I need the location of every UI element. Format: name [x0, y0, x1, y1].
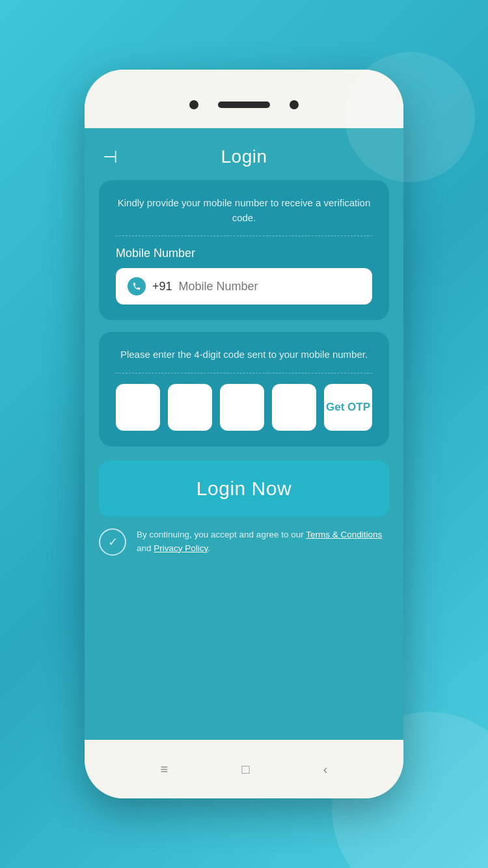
speaker: [218, 102, 270, 108]
terms-text-before: By continuing, you accept and agree to o…: [137, 530, 306, 539]
otp-card: Please enter the 4-digit code sent to yo…: [99, 332, 389, 446]
nav-menu-icon[interactable]: ≡: [161, 762, 169, 777]
terms-text-end: .: [208, 543, 210, 553]
phone-screen: ⊣ Login Kindly provide your mobile numbe…: [85, 128, 403, 740]
page-title: Login: [221, 146, 267, 167]
mobile-number-input[interactable]: [179, 280, 360, 293]
get-otp-button[interactable]: Get OTP: [324, 384, 372, 431]
nav-back-icon[interactable]: ‹: [323, 762, 328, 777]
otp-input-row: Get OTP: [116, 384, 372, 431]
camera-right: [290, 100, 299, 109]
phone-bottom-bar: ≡ □ ‹: [85, 740, 403, 798]
privacy-policy-link[interactable]: Privacy Policy: [154, 543, 208, 553]
mobile-input-wrapper[interactable]: +91: [116, 268, 372, 305]
phone-top-bar: [85, 70, 403, 128]
mobile-info-text: Kindly provide your mobile number to rec…: [116, 196, 372, 225]
otp-box-3[interactable]: [220, 384, 264, 431]
otp-info-text: Please enter the 4-digit code sent to yo…: [116, 347, 372, 362]
otp-box-2[interactable]: [168, 384, 212, 431]
country-code: +91: [152, 280, 172, 293]
otp-box-1[interactable]: [116, 384, 160, 431]
terms-section: ✓ By continuing, you accept and agree to…: [85, 528, 403, 569]
mobile-field-label: Mobile Number: [116, 247, 372, 260]
screen-header: ⊣ Login: [85, 128, 403, 180]
camera-left: [189, 100, 198, 109]
mobile-number-card: Kindly provide your mobile number to rec…: [99, 180, 389, 320]
terms-conditions-link[interactable]: Terms & Conditions: [306, 530, 382, 539]
card-divider-2: [116, 373, 372, 373]
phone-icon: [128, 277, 146, 295]
nav-home-icon[interactable]: □: [241, 762, 249, 777]
terms-text: By continuing, you accept and agree to o…: [137, 528, 389, 556]
terms-text-and: and: [137, 543, 154, 553]
login-now-button[interactable]: Login Now: [99, 461, 389, 517]
card-divider-1: [116, 236, 372, 236]
otp-box-4[interactable]: [272, 384, 316, 431]
phone-shell: ⊣ Login Kindly provide your mobile numbe…: [85, 70, 403, 798]
back-icon[interactable]: ⊣: [103, 147, 118, 167]
terms-checkbox[interactable]: ✓: [99, 528, 126, 556]
